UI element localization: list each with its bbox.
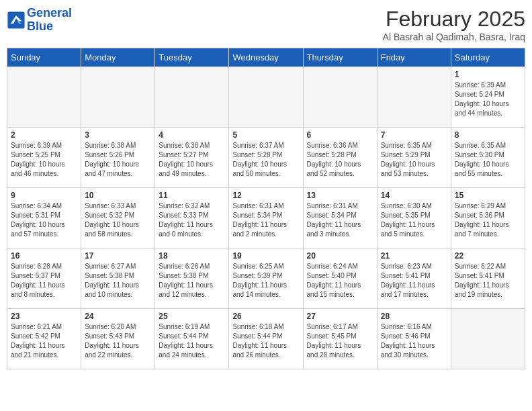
day-number: 27 <box>307 312 373 321</box>
day-info: Sunrise: 6:29 AM Sunset: 5:36 PM Dayligh… <box>455 201 521 239</box>
calendar-day: 16Sunrise: 6:28 AM Sunset: 5:37 PM Dayli… <box>7 248 81 309</box>
calendar-day <box>7 67 81 128</box>
calendar-day: 23Sunrise: 6:21 AM Sunset: 5:42 PM Dayli… <box>7 309 81 369</box>
calendar-week-5: 23Sunrise: 6:21 AM Sunset: 5:42 PM Dayli… <box>7 309 525 369</box>
day-number: 5 <box>232 130 299 140</box>
day-number: 26 <box>232 312 299 321</box>
calendar-day: 10Sunrise: 6:33 AM Sunset: 5:32 PM Dayli… <box>81 188 155 248</box>
day-number: 16 <box>11 251 77 261</box>
day-info: Sunrise: 6:16 AM Sunset: 5:46 PM Dayligh… <box>381 322 447 360</box>
day-info: Sunrise: 6:39 AM Sunset: 5:24 PM Dayligh… <box>455 81 521 118</box>
day-info: Sunrise: 6:19 AM Sunset: 5:44 PM Dayligh… <box>159 322 225 360</box>
day-number: 20 <box>307 251 373 261</box>
calendar-week-3: 9Sunrise: 6:34 AM Sunset: 5:31 PM Daylig… <box>7 188 525 248</box>
logo-text: General Blue <box>27 7 72 34</box>
calendar-day: 25Sunrise: 6:19 AM Sunset: 5:44 PM Dayli… <box>155 309 229 369</box>
day-info: Sunrise: 6:25 AM Sunset: 5:39 PM Dayligh… <box>232 262 299 300</box>
logo-line1: General <box>27 6 72 19</box>
calendar-day: 18Sunrise: 6:26 AM Sunset: 5:38 PM Dayli… <box>155 248 229 309</box>
day-info: Sunrise: 6:17 AM Sunset: 5:45 PM Dayligh… <box>307 322 373 360</box>
day-number: 6 <box>307 130 373 140</box>
day-number: 8 <box>455 130 521 140</box>
title-block: February 2025 Al Basrah al Qadimah, Basr… <box>383 7 525 42</box>
calendar-week-1: 1Sunrise: 6:39 AM Sunset: 5:24 PM Daylig… <box>7 67 525 128</box>
day-number: 3 <box>85 130 151 140</box>
calendar-day: 2Sunrise: 6:39 AM Sunset: 5:25 PM Daylig… <box>7 128 81 188</box>
day-number: 22 <box>455 251 521 261</box>
day-info: Sunrise: 6:22 AM Sunset: 5:41 PM Dayligh… <box>455 262 521 300</box>
calendar-day <box>81 67 155 128</box>
day-info: Sunrise: 6:31 AM Sunset: 5:34 PM Dayligh… <box>232 201 299 239</box>
day-number: 4 <box>159 130 225 140</box>
day-info: Sunrise: 6:38 AM Sunset: 5:27 PM Dayligh… <box>159 141 225 179</box>
day-number: 19 <box>232 251 299 261</box>
day-number: 12 <box>232 191 299 200</box>
day-number: 24 <box>85 312 151 321</box>
calendar-day: 17Sunrise: 6:27 AM Sunset: 5:38 PM Dayli… <box>81 248 155 309</box>
calendar-day: 13Sunrise: 6:31 AM Sunset: 5:34 PM Dayli… <box>303 188 377 248</box>
weekday-header-row: SundayMondayTuesdayWednesdayThursdayFrid… <box>7 48 525 67</box>
calendar-day: 5Sunrise: 6:37 AM Sunset: 5:28 PM Daylig… <box>229 128 303 188</box>
calendar-day: 3Sunrise: 6:38 AM Sunset: 5:26 PM Daylig… <box>81 128 155 188</box>
calendar-day <box>155 67 229 128</box>
day-info: Sunrise: 6:18 AM Sunset: 5:44 PM Dayligh… <box>232 322 299 360</box>
day-info: Sunrise: 6:38 AM Sunset: 5:26 PM Dayligh… <box>85 141 151 179</box>
day-number: 18 <box>159 251 225 261</box>
day-number: 11 <box>159 191 225 200</box>
calendar-day: 26Sunrise: 6:18 AM Sunset: 5:44 PM Dayli… <box>229 309 303 369</box>
day-number: 15 <box>455 191 521 200</box>
calendar-day: 1Sunrise: 6:39 AM Sunset: 5:24 PM Daylig… <box>451 67 525 128</box>
day-info: Sunrise: 6:34 AM Sunset: 5:31 PM Dayligh… <box>11 201 77 239</box>
day-number: 28 <box>381 312 447 321</box>
day-info: Sunrise: 6:28 AM Sunset: 5:37 PM Dayligh… <box>11 262 77 300</box>
calendar-day <box>451 309 525 369</box>
day-number: 1 <box>455 70 521 79</box>
calendar-day: 22Sunrise: 6:22 AM Sunset: 5:41 PM Dayli… <box>451 248 525 309</box>
weekday-header-monday: Monday <box>81 48 155 67</box>
day-info: Sunrise: 6:27 AM Sunset: 5:38 PM Dayligh… <box>85 262 151 300</box>
logo: General Blue <box>7 7 72 34</box>
day-info: Sunrise: 6:36 AM Sunset: 5:28 PM Dayligh… <box>307 141 373 179</box>
day-number: 13 <box>307 191 373 200</box>
calendar-day: 9Sunrise: 6:34 AM Sunset: 5:31 PM Daylig… <box>7 188 81 248</box>
day-number: 7 <box>381 130 447 140</box>
weekday-header-tuesday: Tuesday <box>155 48 229 67</box>
calendar-day: 12Sunrise: 6:31 AM Sunset: 5:34 PM Dayli… <box>229 188 303 248</box>
weekday-header-saturday: Saturday <box>451 48 525 67</box>
day-info: Sunrise: 6:23 AM Sunset: 5:41 PM Dayligh… <box>381 262 447 300</box>
page-header: General Blue February 2025 Al Basrah al … <box>7 7 525 42</box>
day-number: 21 <box>381 251 447 261</box>
day-info: Sunrise: 6:33 AM Sunset: 5:32 PM Dayligh… <box>85 201 151 239</box>
calendar-day: 14Sunrise: 6:30 AM Sunset: 5:35 PM Dayli… <box>377 188 451 248</box>
weekday-header-thursday: Thursday <box>303 48 377 67</box>
calendar-day: 19Sunrise: 6:25 AM Sunset: 5:39 PM Dayli… <box>229 248 303 309</box>
day-number: 17 <box>85 251 151 261</box>
logo-icon <box>7 11 26 30</box>
day-info: Sunrise: 6:30 AM Sunset: 5:35 PM Dayligh… <box>381 201 447 239</box>
weekday-header-wednesday: Wednesday <box>229 48 303 67</box>
day-info: Sunrise: 6:37 AM Sunset: 5:28 PM Dayligh… <box>232 141 299 179</box>
calendar-day: 21Sunrise: 6:23 AM Sunset: 5:41 PM Dayli… <box>377 248 451 309</box>
day-number: 23 <box>11 312 77 321</box>
svg-rect-0 <box>7 11 24 28</box>
day-info: Sunrise: 6:35 AM Sunset: 5:29 PM Dayligh… <box>381 141 447 179</box>
day-info: Sunrise: 6:32 AM Sunset: 5:33 PM Dayligh… <box>159 201 225 239</box>
calendar-week-4: 16Sunrise: 6:28 AM Sunset: 5:37 PM Dayli… <box>7 248 525 309</box>
logo-line2: Blue <box>27 19 53 33</box>
calendar-day: 8Sunrise: 6:35 AM Sunset: 5:30 PM Daylig… <box>451 128 525 188</box>
calendar-table: SundayMondayTuesdayWednesdayThursdayFrid… <box>7 48 525 369</box>
calendar-day <box>377 67 451 128</box>
calendar-day: 27Sunrise: 6:17 AM Sunset: 5:45 PM Dayli… <box>303 309 377 369</box>
calendar-day: 20Sunrise: 6:24 AM Sunset: 5:40 PM Dayli… <box>303 248 377 309</box>
calendar-day <box>229 67 303 128</box>
day-info: Sunrise: 6:20 AM Sunset: 5:43 PM Dayligh… <box>85 322 151 360</box>
weekday-header-friday: Friday <box>377 48 451 67</box>
day-info: Sunrise: 6:21 AM Sunset: 5:42 PM Dayligh… <box>11 322 77 360</box>
calendar-day: 4Sunrise: 6:38 AM Sunset: 5:27 PM Daylig… <box>155 128 229 188</box>
calendar-week-2: 2Sunrise: 6:39 AM Sunset: 5:25 PM Daylig… <box>7 128 525 188</box>
day-info: Sunrise: 6:39 AM Sunset: 5:25 PM Dayligh… <box>11 141 77 179</box>
day-number: 14 <box>381 191 447 200</box>
day-info: Sunrise: 6:35 AM Sunset: 5:30 PM Dayligh… <box>455 141 521 179</box>
day-number: 9 <box>11 191 77 200</box>
day-info: Sunrise: 6:26 AM Sunset: 5:38 PM Dayligh… <box>159 262 225 300</box>
